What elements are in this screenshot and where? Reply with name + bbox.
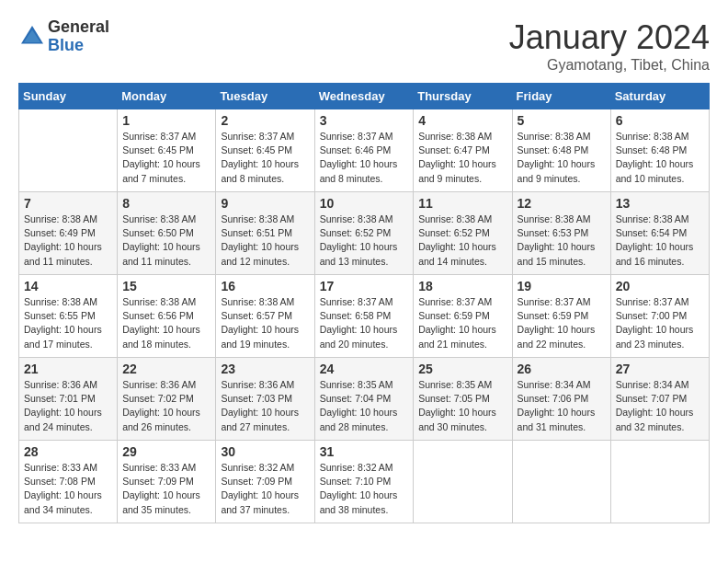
day-info: Sunrise: 8:34 AMSunset: 7:07 PMDaylight:… (616, 378, 704, 434)
day-number: 7 (24, 196, 112, 211)
day-of-week-header: Monday (118, 84, 216, 109)
calendar-cell (610, 441, 709, 523)
calendar-cell: 16Sunrise: 8:38 AMSunset: 6:57 PMDayligh… (216, 275, 314, 358)
calendar-cell (414, 441, 512, 523)
day-info: Sunrise: 8:36 AMSunset: 7:02 PMDaylight:… (122, 378, 210, 434)
day-number: 15 (122, 279, 210, 293)
day-info: Sunrise: 8:35 AMSunset: 7:04 PMDaylight:… (320, 378, 409, 434)
day-number: 4 (418, 113, 506, 128)
day-info: Sunrise: 8:38 AMSunset: 6:49 PMDaylight:… (24, 213, 112, 269)
day-number: 29 (122, 444, 210, 459)
day-number: 13 (616, 196, 704, 211)
calendar-cell (512, 441, 610, 523)
day-info: Sunrise: 8:37 AMSunset: 6:59 PMDaylight:… (418, 295, 506, 351)
calendar-cell: 21Sunrise: 8:36 AMSunset: 7:01 PMDayligh… (19, 358, 118, 441)
calendar-cell: 8Sunrise: 8:38 AMSunset: 6:50 PMDaylight… (118, 192, 216, 275)
day-info: Sunrise: 8:33 AMSunset: 7:09 PMDaylight:… (122, 461, 210, 517)
day-info: Sunrise: 8:38 AMSunset: 6:50 PMDaylight:… (122, 213, 210, 269)
day-number: 2 (221, 113, 309, 128)
calendar-cell (19, 109, 118, 192)
calendar-cell: 22Sunrise: 8:36 AMSunset: 7:02 PMDayligh… (118, 358, 216, 441)
day-of-week-header: Thursday (414, 84, 512, 109)
calendar-cell: 30Sunrise: 8:32 AMSunset: 7:09 PMDayligh… (216, 441, 314, 523)
day-info: Sunrise: 8:37 AMSunset: 6:45 PMDaylight:… (221, 130, 309, 186)
day-info: Sunrise: 8:38 AMSunset: 6:48 PMDaylight:… (616, 130, 704, 186)
calendar-week-row: 1Sunrise: 8:37 AMSunset: 6:45 PMDaylight… (19, 109, 710, 192)
day-info: Sunrise: 8:35 AMSunset: 7:05 PMDaylight:… (418, 378, 506, 434)
day-info: Sunrise: 8:38 AMSunset: 6:52 PMDaylight:… (418, 213, 506, 269)
calendar-cell: 5Sunrise: 8:38 AMSunset: 6:48 PMDaylight… (512, 109, 610, 192)
day-info: Sunrise: 8:38 AMSunset: 6:51 PMDaylight:… (221, 213, 309, 269)
day-info: Sunrise: 8:38 AMSunset: 6:56 PMDaylight:… (122, 295, 210, 351)
calendar-cell: 18Sunrise: 8:37 AMSunset: 6:59 PMDayligh… (414, 275, 512, 358)
day-info: Sunrise: 8:38 AMSunset: 6:57 PMDaylight:… (221, 295, 309, 351)
day-number: 10 (320, 196, 409, 211)
day-of-week-header: Saturday (610, 84, 709, 109)
calendar-cell: 17Sunrise: 8:37 AMSunset: 6:58 PMDayligh… (314, 275, 414, 358)
calendar-cell: 19Sunrise: 8:37 AMSunset: 6:59 PMDayligh… (512, 275, 610, 358)
day-number: 20 (616, 279, 704, 293)
day-info: Sunrise: 8:32 AMSunset: 7:10 PMDaylight:… (320, 461, 409, 517)
day-of-week-header: Wednesday (314, 84, 414, 109)
calendar-cell: 3Sunrise: 8:37 AMSunset: 6:46 PMDaylight… (314, 109, 414, 192)
day-of-week-header: Tuesday (216, 84, 314, 109)
logo-general-text: General (48, 18, 109, 37)
day-info: Sunrise: 8:38 AMSunset: 6:48 PMDaylight:… (518, 130, 606, 186)
day-info: Sunrise: 8:38 AMSunset: 6:53 PMDaylight:… (518, 213, 606, 269)
day-number: 14 (24, 279, 112, 293)
day-number: 8 (122, 196, 210, 211)
day-number: 12 (518, 196, 606, 211)
calendar-cell: 31Sunrise: 8:32 AMSunset: 7:10 PMDayligh… (314, 441, 414, 523)
day-number: 31 (320, 444, 409, 459)
calendar-cell: 12Sunrise: 8:38 AMSunset: 6:53 PMDayligh… (512, 192, 610, 275)
day-info: Sunrise: 8:37 AMSunset: 6:59 PMDaylight:… (518, 295, 606, 351)
day-info: Sunrise: 8:38 AMSunset: 6:47 PMDaylight:… (418, 130, 506, 186)
calendar-cell: 1Sunrise: 8:37 AMSunset: 6:45 PMDaylight… (118, 109, 216, 192)
calendar-cell: 10Sunrise: 8:38 AMSunset: 6:52 PMDayligh… (314, 192, 414, 275)
calendar-week-row: 28Sunrise: 8:33 AMSunset: 7:08 PMDayligh… (19, 441, 710, 523)
calendar-cell: 23Sunrise: 8:36 AMSunset: 7:03 PMDayligh… (216, 358, 314, 441)
day-number: 22 (122, 362, 210, 376)
calendar-cell: 2Sunrise: 8:37 AMSunset: 6:45 PMDaylight… (216, 109, 314, 192)
calendar-cell: 28Sunrise: 8:33 AMSunset: 7:08 PMDayligh… (19, 441, 118, 523)
calendar-week-row: 21Sunrise: 8:36 AMSunset: 7:01 PMDayligh… (19, 358, 710, 441)
calendar-cell: 6Sunrise: 8:38 AMSunset: 6:48 PMDaylight… (610, 109, 709, 192)
calendar-cell: 4Sunrise: 8:38 AMSunset: 6:47 PMDaylight… (414, 109, 512, 192)
logo: General Blue (18, 18, 109, 55)
calendar-cell: 14Sunrise: 8:38 AMSunset: 6:55 PMDayligh… (19, 275, 118, 358)
day-info: Sunrise: 8:32 AMSunset: 7:09 PMDaylight:… (221, 461, 309, 517)
day-number: 30 (221, 444, 309, 459)
day-info: Sunrise: 8:36 AMSunset: 7:03 PMDaylight:… (221, 378, 309, 434)
day-info: Sunrise: 8:37 AMSunset: 6:46 PMDaylight:… (320, 130, 409, 186)
day-info: Sunrise: 8:38 AMSunset: 6:54 PMDaylight:… (616, 213, 704, 269)
logo-icon (18, 23, 46, 51)
day-number: 21 (24, 362, 112, 376)
day-info: Sunrise: 8:33 AMSunset: 7:08 PMDaylight:… (24, 461, 112, 517)
day-of-week-header: Friday (512, 84, 610, 109)
day-number: 18 (418, 279, 506, 293)
day-info: Sunrise: 8:37 AMSunset: 6:58 PMDaylight:… (320, 295, 409, 351)
day-number: 1 (122, 113, 210, 128)
calendar-cell: 24Sunrise: 8:35 AMSunset: 7:04 PMDayligh… (314, 358, 414, 441)
calendar-cell: 11Sunrise: 8:38 AMSunset: 6:52 PMDayligh… (414, 192, 512, 275)
day-number: 16 (221, 279, 309, 293)
day-number: 19 (518, 279, 606, 293)
day-info: Sunrise: 8:38 AMSunset: 6:55 PMDaylight:… (24, 295, 112, 351)
day-info: Sunrise: 8:37 AMSunset: 6:45 PMDaylight:… (122, 130, 210, 186)
day-number: 24 (320, 362, 409, 376)
location-subtitle: Gyamotang, Tibet, China (509, 57, 710, 74)
title-section: January 2024 Gyamotang, Tibet, China (509, 18, 710, 74)
page-header: General Blue January 2024 Gyamotang, Tib… (18, 18, 710, 74)
day-of-week-header: Sunday (19, 84, 118, 109)
day-number: 26 (518, 362, 606, 376)
calendar-table: SundayMondayTuesdayWednesdayThursdayFrid… (18, 83, 710, 523)
calendar-cell: 25Sunrise: 8:35 AMSunset: 7:05 PMDayligh… (414, 358, 512, 441)
calendar-cell: 7Sunrise: 8:38 AMSunset: 6:49 PMDaylight… (19, 192, 118, 275)
calendar-cell: 15Sunrise: 8:38 AMSunset: 6:56 PMDayligh… (118, 275, 216, 358)
day-info: Sunrise: 8:37 AMSunset: 7:00 PMDaylight:… (616, 295, 704, 351)
calendar-cell: 9Sunrise: 8:38 AMSunset: 6:51 PMDaylight… (216, 192, 314, 275)
day-number: 9 (221, 196, 309, 211)
calendar-cell: 20Sunrise: 8:37 AMSunset: 7:00 PMDayligh… (610, 275, 709, 358)
calendar-week-row: 14Sunrise: 8:38 AMSunset: 6:55 PMDayligh… (19, 275, 710, 358)
day-number: 28 (24, 444, 112, 459)
